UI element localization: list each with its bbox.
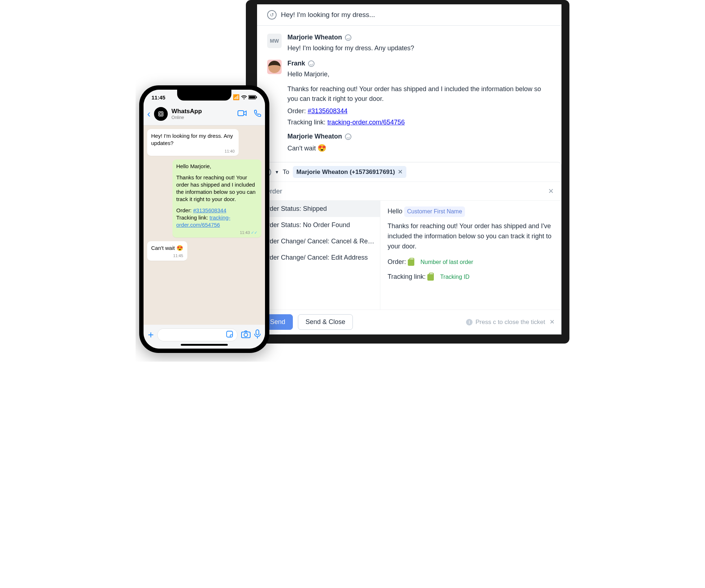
compose-footer: Send Send & Close i Press c to close the… xyxy=(257,310,561,334)
svg-rect-9 xyxy=(256,330,259,335)
avatar: MW xyxy=(267,34,282,48)
shopify-icon xyxy=(427,274,434,281)
whatsapp-icon xyxy=(345,133,351,140)
message-text: Hello Marjorie, Thanks for reaching out!… xyxy=(287,69,551,104)
voice-call-icon[interactable] xyxy=(253,109,261,119)
avatar xyxy=(267,60,282,74)
compose-box: ▼ To Marjorie Wheaton (+15736917691) ✕ O… xyxy=(257,162,561,335)
macro-item[interactable]: Order Status: Shipped xyxy=(257,201,380,217)
back-icon[interactable]: ‹ xyxy=(147,108,150,120)
sticker-icon[interactable] xyxy=(226,330,234,340)
status-icons: 📶 xyxy=(233,94,257,101)
macro-search-row[interactable]: Order ✕ xyxy=(257,182,561,201)
svg-rect-1 xyxy=(249,96,255,98)
message-timestamp: 11:40 xyxy=(151,149,235,154)
wifi-icon xyxy=(241,94,247,101)
message-author: Marjorie Wheaton xyxy=(287,34,551,41)
message-timestamp: 11:43✓✓ xyxy=(176,230,257,235)
send-and-close-button[interactable]: Send & Close xyxy=(298,314,353,330)
whatsapp-icon xyxy=(345,34,351,41)
channel-dropdown-caret-icon[interactable]: ▼ xyxy=(275,170,279,175)
whatsapp-header: ‹ WhatsApp Online xyxy=(144,105,265,125)
message-customer: MW Marjorie Wheaton Hey! I'm looking for… xyxy=(267,34,551,53)
ticket-subject: Hey! I'm looking for my dress... xyxy=(281,11,375,19)
message-input[interactable] xyxy=(157,328,238,341)
status-time: 11:45 xyxy=(151,94,165,101)
phone-mockup: 11:45 📶 ‹ WhatsApp Online xyxy=(139,85,269,353)
variable-customer-first-name: Customer First Name xyxy=(404,206,465,217)
contact-status: Online xyxy=(171,115,202,120)
svg-rect-5 xyxy=(238,111,244,116)
info-icon: i xyxy=(466,319,473,325)
to-label: To xyxy=(283,169,289,176)
clear-search-icon[interactable]: ✕ xyxy=(548,187,554,195)
macro-item[interactable]: Order Change/ Cancel: Cancel & Refund xyxy=(257,233,380,250)
svg-rect-6 xyxy=(227,331,233,337)
svg-rect-2 xyxy=(256,96,257,98)
heart-eyes-emoji-icon: 😍 xyxy=(317,144,326,152)
ticket-subject-row: ↺ Hey! I'm looking for my dress... xyxy=(257,4,561,26)
order-line: Order: #3135608344 xyxy=(287,107,551,115)
order-link[interactable]: #3135608344 xyxy=(193,207,226,213)
helpdesk-panel: ↺ Hey! I'm looking for my dress... MW Ma… xyxy=(257,4,561,335)
order-link[interactable]: #3135608344 xyxy=(308,107,347,115)
shopify-icon xyxy=(408,259,414,266)
history-icon[interactable]: ↺ xyxy=(267,10,277,20)
message-customer: Marjorie Wheaton Can't wait 😍 xyxy=(267,133,551,153)
svg-rect-3 xyxy=(159,112,163,116)
chat-bubble-in: Hey! I'm looking for my dress. Any updat… xyxy=(147,129,239,156)
camera-icon[interactable] xyxy=(241,330,251,340)
macro-list: Order Status: Shipped Order Status: No O… xyxy=(257,201,380,310)
message-text: Can't wait 😍 xyxy=(287,142,551,153)
recipient-chip[interactable]: Marjorie Wheaton (+15736917691) ✕ xyxy=(293,166,407,178)
dismiss-hint-icon[interactable]: ✕ xyxy=(548,318,556,326)
remove-recipient-icon[interactable]: ✕ xyxy=(398,168,403,176)
macro-panel: Order Status: Shipped Order Status: No O… xyxy=(257,201,561,310)
macro-item[interactable]: Order Change/ Cancel: Edit Address xyxy=(257,250,380,266)
tracking-line: Tracking link: tracking-order.com/654756 xyxy=(287,119,551,126)
read-ticks-icon: ✓✓ xyxy=(251,230,257,235)
message-agent: Frank Hello Marjorie, Thanks for reachin… xyxy=(267,60,551,126)
phone-screen: 11:45 📶 ‹ WhatsApp Online xyxy=(144,90,265,349)
macro-preview: Hello Customer First Name Thanks for rea… xyxy=(380,201,561,310)
contact-avatar[interactable] xyxy=(154,107,168,121)
variable-tracking-id: Tracking ID xyxy=(437,272,472,282)
macro-item[interactable]: Order Status: No Order Found xyxy=(257,217,380,233)
message-timestamp: 11:45 xyxy=(151,253,183,259)
to-row: ▼ To Marjorie Wheaton (+15736917691) ✕ xyxy=(257,162,561,182)
chat-bubble-out: Hello Marjorie, Thanks for reaching out!… xyxy=(172,159,261,238)
battery-icon xyxy=(248,94,257,101)
phone-notch xyxy=(177,90,231,101)
svg-point-8 xyxy=(244,333,248,337)
whatsapp-chat[interactable]: Hey! I'm looking for my dress. Any updat… xyxy=(144,125,265,325)
contact-title-block[interactable]: WhatsApp Online xyxy=(171,108,202,120)
signal-icon: 📶 xyxy=(233,94,240,101)
contact-name: WhatsApp xyxy=(171,108,202,115)
tracking-link[interactable]: tracking-order.com/654756 xyxy=(327,119,405,126)
message-author: Frank xyxy=(287,60,551,67)
video-call-icon[interactable] xyxy=(238,110,247,118)
whatsapp-icon xyxy=(308,60,315,67)
svg-rect-4 xyxy=(160,113,162,115)
conversation-thread: MW Marjorie Wheaton Hey! I'm looking for… xyxy=(257,26,561,160)
message-text: Hey! I'm looking for my dress. Any updat… xyxy=(287,43,551,53)
chat-bubble-in: Can't wait 😍 11:45 xyxy=(147,241,187,261)
variable-last-order-number: Number of last order xyxy=(418,257,476,268)
close-ticket-hint: i Press c to close the ticket ✕ xyxy=(466,318,556,326)
attach-icon[interactable]: + xyxy=(148,329,154,341)
message-author: Marjorie Wheaton xyxy=(287,133,551,140)
home-indicator[interactable] xyxy=(181,344,228,346)
mic-icon[interactable] xyxy=(254,329,261,340)
